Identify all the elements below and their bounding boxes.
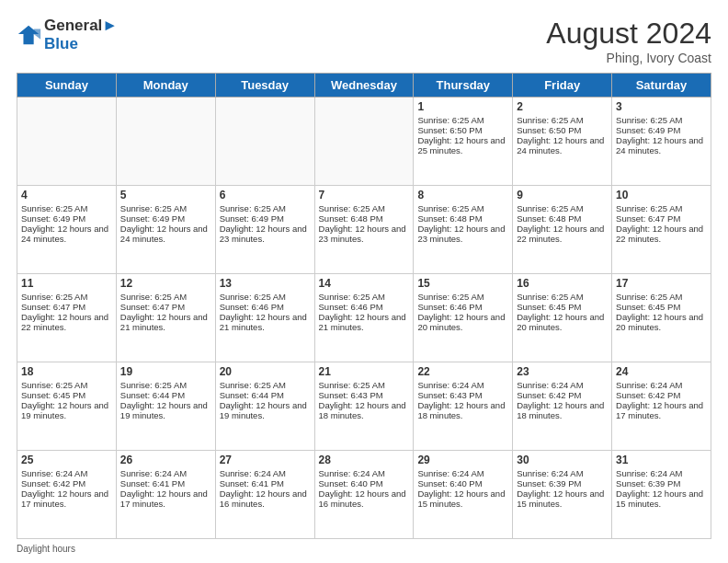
logo: General► Blue: [17, 17, 118, 53]
day-info: Sunrise: 6:25 AM: [616, 292, 707, 302]
month-title: August 2024: [546, 17, 711, 51]
day-info: Daylight: 12 hours and 24 minutes.: [120, 224, 211, 244]
day-info: Sunrise: 6:24 AM: [517, 468, 608, 478]
day-number: 22: [417, 365, 508, 378]
logo-text: General► Blue: [44, 17, 118, 53]
day-info: Sunset: 6:43 PM: [319, 390, 410, 400]
week-row-5: 25Sunrise: 6:24 AMSunset: 6:42 PMDayligh…: [17, 451, 711, 539]
day-info: Sunset: 6:42 PM: [21, 478, 112, 488]
day-header-wednesday: Wednesday: [314, 74, 414, 98]
day-info: Daylight: 12 hours and 16 minutes.: [220, 488, 311, 509]
day-info: Sunrise: 6:25 AM: [517, 115, 608, 125]
day-info: Daylight: 12 hours and 18 minutes.: [417, 400, 508, 420]
day-info: Sunset: 6:47 PM: [120, 302, 211, 312]
calendar-cell: 30Sunrise: 6:24 AMSunset: 6:39 PMDayligh…: [513, 451, 612, 539]
title-block: August 2024 Phing, Ivory Coast: [546, 17, 711, 65]
day-info: Daylight: 12 hours and 17 minutes.: [616, 400, 707, 420]
header: General► Blue August 2024 Phing, Ivory C…: [17, 17, 711, 65]
day-info: Daylight: 12 hours and 16 minutes.: [319, 488, 410, 509]
day-info: Daylight: 12 hours and 23 minutes.: [220, 224, 311, 244]
day-info: Sunset: 6:42 PM: [517, 390, 608, 400]
day-info: Sunrise: 6:25 AM: [319, 380, 410, 390]
day-info: Daylight: 12 hours and 18 minutes.: [319, 400, 410, 420]
day-info: Sunrise: 6:25 AM: [319, 203, 410, 213]
day-info: Sunrise: 6:25 AM: [21, 380, 112, 390]
logo-icon: [17, 22, 42, 48]
calendar-cell: 18Sunrise: 6:25 AMSunset: 6:45 PMDayligh…: [17, 362, 117, 451]
day-number: 15: [417, 277, 508, 290]
day-info: Daylight: 12 hours and 17 minutes.: [120, 488, 211, 509]
day-info: Sunset: 6:49 PM: [220, 213, 311, 224]
day-info: Sunset: 6:39 PM: [616, 478, 707, 488]
calendar-cell: 29Sunrise: 6:24 AMSunset: 6:40 PMDayligh…: [414, 451, 513, 539]
day-number: 23: [517, 365, 608, 378]
day-number: 25: [21, 454, 112, 466]
day-info: Sunrise: 6:25 AM: [517, 292, 608, 302]
day-info: Daylight: 12 hours and 18 minutes.: [517, 400, 608, 420]
day-number: 29: [417, 454, 508, 466]
day-info: Sunset: 6:47 PM: [21, 302, 112, 312]
day-info: Daylight: 12 hours and 22 minutes.: [616, 224, 707, 244]
calendar-cell: 4Sunrise: 6:25 AMSunset: 6:49 PMDaylight…: [17, 186, 117, 274]
day-info: Sunrise: 6:25 AM: [616, 203, 707, 213]
day-number: 8: [417, 189, 508, 201]
calendar-cell: 11Sunrise: 6:25 AMSunset: 6:47 PMDayligh…: [17, 274, 117, 362]
day-info: Sunrise: 6:24 AM: [120, 468, 211, 478]
day-header-saturday: Saturday: [612, 74, 711, 98]
day-info: Sunrise: 6:24 AM: [319, 468, 410, 478]
day-number: 31: [616, 454, 707, 466]
day-info: Sunset: 6:49 PM: [21, 213, 112, 224]
calendar-table: SundayMondayTuesdayWednesdayThursdayFrid…: [17, 73, 711, 539]
day-number: 12: [120, 277, 211, 290]
calendar-cell: [314, 98, 414, 186]
day-info: Daylight: 12 hours and 17 minutes.: [21, 488, 112, 509]
day-info: Sunset: 6:39 PM: [517, 478, 608, 488]
day-info: Sunrise: 6:25 AM: [21, 292, 112, 302]
day-header-monday: Monday: [116, 74, 215, 98]
day-number: 28: [319, 454, 410, 466]
day-info: Daylight: 12 hours and 24 minutes.: [21, 224, 112, 244]
calendar-cell: 31Sunrise: 6:24 AMSunset: 6:39 PMDayligh…: [612, 451, 711, 539]
day-number: 19: [120, 365, 211, 378]
day-info: Sunrise: 6:24 AM: [417, 380, 508, 390]
day-info: Sunrise: 6:25 AM: [517, 203, 608, 213]
week-row-3: 11Sunrise: 6:25 AMSunset: 6:47 PMDayligh…: [17, 274, 711, 362]
day-number: 30: [517, 454, 608, 466]
day-info: Daylight: 12 hours and 23 minutes.: [319, 224, 410, 244]
day-info: Daylight: 12 hours and 23 minutes.: [417, 224, 508, 244]
calendar-cell: [215, 98, 314, 186]
day-info: Sunset: 6:44 PM: [120, 390, 211, 400]
day-info: Sunrise: 6:25 AM: [120, 203, 211, 213]
day-number: 9: [517, 189, 608, 201]
day-number: 20: [220, 365, 311, 378]
calendar-cell: 26Sunrise: 6:24 AMSunset: 6:41 PMDayligh…: [116, 451, 215, 539]
day-info: Sunrise: 6:24 AM: [616, 380, 707, 390]
day-info: Sunset: 6:46 PM: [319, 302, 410, 312]
calendar-cell: 24Sunrise: 6:24 AMSunset: 6:42 PMDayligh…: [612, 362, 711, 451]
day-number: 17: [616, 277, 707, 290]
calendar-cell: 27Sunrise: 6:24 AMSunset: 6:41 PMDayligh…: [215, 451, 314, 539]
calendar-cell: 21Sunrise: 6:25 AMSunset: 6:43 PMDayligh…: [314, 362, 414, 451]
day-info: Sunset: 6:42 PM: [616, 390, 707, 400]
day-info: Sunrise: 6:25 AM: [417, 292, 508, 302]
day-number: 27: [220, 454, 311, 466]
calendar-cell: 7Sunrise: 6:25 AMSunset: 6:48 PMDaylight…: [314, 186, 414, 274]
day-info: Sunset: 6:46 PM: [417, 302, 508, 312]
week-row-1: 1Sunrise: 6:25 AMSunset: 6:50 PMDaylight…: [17, 98, 711, 186]
day-info: Daylight: 12 hours and 24 minutes.: [616, 135, 707, 155]
day-info: Sunset: 6:46 PM: [220, 302, 311, 312]
day-info: Daylight: 12 hours and 20 minutes.: [417, 312, 508, 332]
day-info: Sunrise: 6:25 AM: [220, 292, 311, 302]
day-header-tuesday: Tuesday: [215, 74, 314, 98]
day-info: Daylight: 12 hours and 22 minutes.: [517, 224, 608, 244]
day-number: 4: [21, 189, 112, 201]
day-info: Sunrise: 6:25 AM: [220, 203, 311, 213]
day-number: 14: [319, 277, 410, 290]
day-info: Daylight: 12 hours and 19 minutes.: [120, 400, 211, 420]
day-info: Sunrise: 6:25 AM: [21, 203, 112, 213]
day-number: 16: [517, 277, 608, 290]
calendar-cell: 14Sunrise: 6:25 AMSunset: 6:46 PMDayligh…: [314, 274, 414, 362]
day-info: Sunrise: 6:24 AM: [21, 468, 112, 478]
week-row-4: 18Sunrise: 6:25 AMSunset: 6:45 PMDayligh…: [17, 362, 711, 451]
day-info: Daylight: 12 hours and 25 minutes.: [417, 135, 508, 155]
